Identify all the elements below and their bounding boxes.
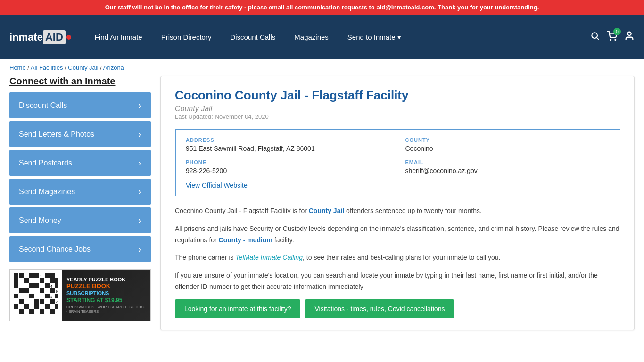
desc-para-2: All prisons and jails have Security or C… <box>175 223 620 246</box>
svg-rect-16 <box>55 278 58 283</box>
svg-rect-12 <box>14 278 18 283</box>
svg-rect-34 <box>14 304 18 309</box>
search-icon[interactable] <box>590 31 600 43</box>
main-content: Coconino County Jail - Flagstaff Facilit… <box>160 76 635 330</box>
action-buttons: Looking for an inmate at this facility? … <box>175 299 620 318</box>
svg-rect-28 <box>45 294 50 298</box>
nav-find-inmate[interactable]: Find An Inmate <box>85 28 152 46</box>
svg-rect-27 <box>29 294 34 298</box>
svg-text:4: 4 <box>50 285 52 288</box>
telmate-link[interactable]: TelMate Inmate Calling <box>235 254 303 261</box>
facility-title: Coconino County Jail - Flagstaff Facilit… <box>175 88 620 103</box>
ad-subscriptions: SUBSCRIPTIONS <box>66 290 146 296</box>
svg-rect-26 <box>14 294 18 298</box>
sidebar-send-magazines[interactable]: Send Magazines › <box>9 179 151 205</box>
website-link[interactable]: View Official Website <box>186 181 248 189</box>
svg-rect-40 <box>29 309 34 314</box>
sidebar-discount-calls[interactable]: Discount Calls › <box>9 92 151 118</box>
desc-para-4: If you are unsure of your inmate's locat… <box>175 270 620 293</box>
svg-rect-6 <box>14 273 18 278</box>
looking-for-inmate-button[interactable]: Looking for an inmate at this facility? <box>175 299 300 318</box>
svg-rect-23 <box>24 288 29 293</box>
nav-send-to-inmate[interactable]: Send to Inmate ▾ <box>338 28 411 46</box>
svg-rect-7 <box>19 273 24 278</box>
facility-card: Coconino County Jail - Flagstaff Facilit… <box>160 76 635 330</box>
svg-rect-25 <box>50 288 55 293</box>
svg-rect-39 <box>19 309 24 314</box>
svg-point-4 <box>627 32 631 35</box>
county-medium-link[interactable]: County - medium <box>219 236 272 244</box>
svg-rect-14 <box>40 278 44 283</box>
address-block: ADDRESS 951 East Sawmill Road, Flagstaff… <box>186 137 391 152</box>
nav-discount-calls[interactable]: Discount Calls <box>221 28 285 46</box>
cart-badge: 0 <box>613 28 621 35</box>
breadcrumb-all-facilities[interactable]: All Facilities <box>31 64 63 71</box>
cart-icon[interactable]: 0 <box>607 31 617 43</box>
sidebar-send-letters[interactable]: Send Letters & Photos › <box>9 121 151 147</box>
svg-rect-37 <box>45 304 50 309</box>
visitations-button[interactable]: Visitations - times, rules, Covid cancel… <box>305 299 454 318</box>
svg-text:9: 9 <box>56 290 58 293</box>
svg-point-0 <box>592 33 597 38</box>
nav-prison-directory[interactable]: Prison Directory <box>152 28 221 46</box>
facility-updated: Last Updated: November 04, 2020 <box>175 113 620 120</box>
county-jail-link[interactable]: County Jail <box>309 207 344 214</box>
county-block: COUNTY Coconino <box>405 137 611 152</box>
svg-rect-24 <box>40 288 44 293</box>
county-value: Coconino <box>405 145 611 152</box>
breadcrumb: Home / All Facilities / County Jail / Ar… <box>0 59 644 76</box>
svg-rect-20 <box>45 283 50 288</box>
svg-rect-8 <box>29 273 34 278</box>
svg-rect-17 <box>14 283 18 288</box>
svg-rect-13 <box>24 278 29 283</box>
svg-rect-41 <box>40 309 44 314</box>
svg-rect-9 <box>34 273 39 278</box>
sidebar: Connect with an Inmate Discount Calls › … <box>9 76 151 330</box>
svg-rect-35 <box>24 304 29 309</box>
breadcrumb-home[interactable]: Home <box>9 64 26 71</box>
email-label: EMAIL <box>405 159 611 165</box>
ad-yearly: YEARLY PUZZLE BOOK <box>66 277 146 282</box>
ad-puzzle-book: PUZZLE BOOK <box>66 282 146 290</box>
chevron-right-icon: › <box>138 186 141 197</box>
svg-rect-19 <box>34 283 39 288</box>
user-icon[interactable] <box>624 31 635 43</box>
sidebar-ad[interactable]: 1 4 9 5 2 YEARLY PUZZLE BOOK PUZZLE BOOK… <box>9 269 151 321</box>
chevron-right-icon: › <box>138 157 141 168</box>
svg-point-2 <box>610 39 611 40</box>
svg-rect-33 <box>50 299 55 304</box>
phone-value: 928-226-5200 <box>186 167 391 174</box>
sidebar-title: Connect with an Inmate <box>9 76 151 87</box>
sidebar-send-postcards[interactable]: Send Postcards › <box>9 150 151 176</box>
address-label: ADDRESS <box>186 137 391 143</box>
county-label: COUNTY <box>405 137 611 143</box>
facility-info-grid: ADDRESS 951 East Sawmill Road, Flagstaff… <box>175 129 620 196</box>
website-block: View Official Website <box>186 181 611 189</box>
svg-text:5: 5 <box>50 295 52 298</box>
nav-magazines[interactable]: Magazines <box>285 28 338 46</box>
ad-types: CROSSWORDS · WORD SEARCH · SUDOKU · BRAI… <box>66 305 146 313</box>
desc-para-3: The phone carrier is TelMate Inmate Call… <box>175 252 620 263</box>
svg-rect-30 <box>19 299 24 304</box>
facility-type: County Jail <box>175 105 620 113</box>
svg-rect-42 <box>50 309 55 314</box>
svg-rect-22 <box>19 288 24 293</box>
sidebar-second-chance-jobs[interactable]: Second Chance Jobs › <box>9 236 151 262</box>
breadcrumb-county-jail[interactable]: County Jail <box>68 64 98 71</box>
sidebar-send-money[interactable]: Send Money › <box>9 207 151 233</box>
chevron-right-icon: › <box>138 100 141 111</box>
svg-rect-18 <box>29 283 34 288</box>
svg-rect-21 <box>55 283 58 288</box>
desc-para-1: Coconino County Jail - Flagstaff Facilit… <box>175 206 620 217</box>
svg-rect-29 <box>55 294 58 298</box>
logo[interactable]: inmate AID <box>9 30 71 44</box>
nav-icons: 0 <box>590 31 635 43</box>
email-block: EMAIL sheriff@coconino.az.gov <box>405 159 611 174</box>
svg-rect-11 <box>50 273 55 278</box>
svg-rect-38 <box>55 304 58 309</box>
chevron-right-icon: › <box>138 215 141 226</box>
svg-text:1: 1 <box>40 274 42 278</box>
svg-rect-15 <box>50 278 55 283</box>
svg-line-1 <box>597 38 599 40</box>
breadcrumb-arizona[interactable]: Arizona <box>103 64 124 71</box>
